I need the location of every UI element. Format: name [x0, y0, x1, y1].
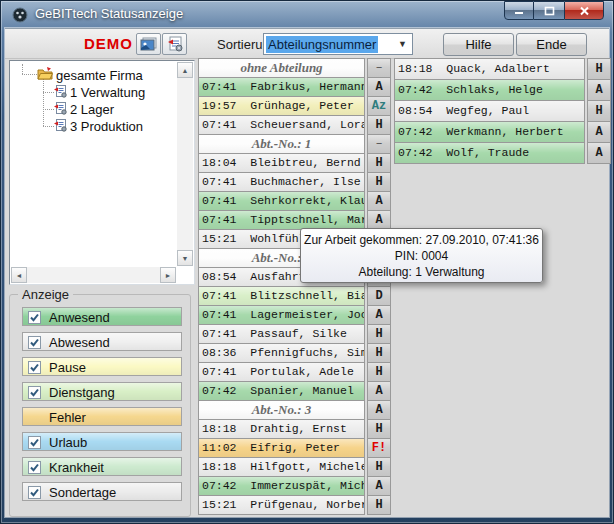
checkbox-krankheit[interactable]	[28, 460, 41, 473]
pictures-button[interactable]	[136, 33, 161, 55]
employee-row[interactable]: 18:18 Quack, AdalbertH	[394, 58, 611, 80]
employee-row[interactable]: 07:41 Buchmacher, IlseH	[198, 172, 391, 192]
employee-row[interactable]: 07:42 Wolf, TraudeA	[394, 142, 611, 164]
employee-time-name[interactable]: 07:41 Scheuersand, Lora	[198, 115, 365, 135]
close-button[interactable]	[564, 1, 604, 20]
employee-row[interactable]: 07:41 Fabrikus, HermannA	[198, 77, 391, 97]
employee-time-name[interactable]: 18:18 Drahtig, Ernst	[198, 419, 365, 439]
employee-time-name[interactable]: 07:41 Portulak, Adele	[198, 362, 365, 382]
legend-item-dienstgang[interactable]: Dienstgang	[22, 382, 182, 401]
employee-time-name[interactable]: 07:41 Lagermeister, Joch	[198, 305, 365, 325]
tree-item-1-verwaltung[interactable]: 1 Verwaltung	[54, 84, 145, 101]
employee-row[interactable]: 18:04 Bleibtreu, BerndH	[198, 153, 391, 173]
department-header-label[interactable]: Abt.-No.: 1	[198, 134, 365, 154]
department-header-row[interactable]: Abt.-No.: 3A	[198, 400, 391, 420]
legend-item-pause[interactable]: Pause	[22, 357, 182, 376]
employee-time-name[interactable]: 07:41 Fabrikus, Hermann	[198, 77, 365, 97]
employee-time-name[interactable]: 08:54 Wegfeg, Paul	[394, 100, 585, 122]
employee-time-name[interactable]: 18:04 Bleibtreu, Bernd	[198, 153, 365, 173]
employee-time-name[interactable]: 07:42 Schlaks, Helge	[394, 79, 585, 101]
legend-label: Fehler	[49, 410, 86, 425]
scroll-down-icon[interactable]: ▼	[177, 250, 193, 266]
department-header-row[interactable]: Abt.-No.: 1–	[198, 134, 391, 154]
app-icon	[12, 7, 28, 23]
help-button[interactable]: Hilfe	[443, 33, 514, 56]
employee-time-name[interactable]: 07:42 Werkmann, Herbert	[394, 121, 585, 143]
scroll-up-icon[interactable]: ▲	[177, 62, 193, 78]
employee-row[interactable]: 07:42 Werkmann, HerbertA	[394, 121, 611, 143]
employee-time-name[interactable]: 07:41 Blitzschnell, Bian	[198, 286, 365, 306]
employee-row[interactable]: 07:41 Passauf, SilkeH	[198, 324, 391, 344]
status-badge: F!	[367, 438, 391, 458]
legend-label: Krankheit	[49, 460, 104, 475]
legend-item-sondertage[interactable]: Sondertage	[22, 482, 182, 501]
employee-row[interactable]: 19:57 Grünhage, PeterAz	[198, 96, 391, 116]
status-badge: H	[367, 495, 391, 515]
employee-time-name[interactable]: 07:41 Buchmacher, Ilse	[198, 172, 365, 192]
employee-row[interactable]: 18:18 Hilfgott, MicheleH	[198, 457, 391, 477]
employee-row[interactable]: 15:21 Prüfgenau, NorberH	[198, 495, 391, 515]
employee-time-name[interactable]: 18:18 Hilfgott, Michele	[198, 457, 365, 477]
tree-connector	[22, 64, 23, 74]
employee-row[interactable]: 11:02 Eifrig, PeterF!	[198, 438, 391, 458]
employee-time-name[interactable]: 07:42 Wolf, Traude	[394, 142, 585, 164]
legend-item-fehler[interactable]: Fehler	[22, 407, 182, 426]
scroll-right-icon[interactable]: ►	[160, 267, 176, 283]
checkbox-pause[interactable]	[28, 360, 41, 373]
legend-item-anwesend[interactable]: Anwesend	[22, 307, 182, 326]
employee-time-name[interactable]: 07:41 Tipptschnell, Marg	[198, 210, 365, 230]
employee-tooltip: Zur Arbeit gekommen: 27.09.2010, 07:41:3…	[300, 228, 543, 283]
employee-row[interactable]: 07:41 Blitzschnell, BianD	[198, 286, 391, 306]
checkbox-abwesend[interactable]	[28, 335, 41, 348]
employee-time-name[interactable]: 07:42 Spanier, Manuel	[198, 381, 365, 401]
titlebar[interactable]: GeBITtech Statusanzeige	[1, 1, 613, 28]
end-button[interactable]: Ende	[516, 33, 587, 56]
employee-row[interactable]: 08:36 Pfennigfuchs, SimoH	[198, 343, 391, 363]
scroll-left-icon[interactable]: ◄	[11, 267, 27, 283]
checkbox-anwesend[interactable]	[28, 310, 41, 323]
report-settings-icon	[167, 36, 183, 52]
checkbox-dienstgang[interactable]	[28, 385, 41, 398]
sort-combobox[interactable]: Abteilungsnummer ▼	[263, 33, 413, 55]
employee-time-name[interactable]: 08:36 Pfennigfuchs, Simo	[198, 343, 365, 363]
employee-time-name[interactable]: 07:42 Immerzuspät, Mich	[198, 476, 365, 496]
tree-item-3-produktion[interactable]: 3 Produktion	[54, 118, 143, 135]
employee-time-name[interactable]: 07:41 Passauf, Silke	[198, 324, 365, 344]
status-badge: A	[587, 79, 611, 101]
app-window: GeBITtech Statusanzeige DEMO Sortierung …	[0, 0, 614, 524]
employee-row[interactable]: 07:41 Tipptschnell, MargA	[198, 210, 391, 230]
employee-row[interactable]: 07:41 Portulak, AdeleH	[198, 362, 391, 382]
employee-row[interactable]: 07:41 Lagermeister, JochA	[198, 305, 391, 325]
legend-item-abwesend[interactable]: Abwesend	[22, 332, 182, 351]
tree-vertical-scrollbar[interactable]: ▲ ▼	[177, 62, 193, 266]
maximize-button[interactable]	[534, 1, 564, 20]
pictures-icon	[140, 37, 158, 52]
employee-row[interactable]: 08:54 Wegfeg, PaulH	[394, 100, 611, 122]
employee-row[interactable]: 07:42 Spanier, ManuelA	[198, 381, 391, 401]
employee-row[interactable]: 18:18 Drahtig, ErnstH	[198, 419, 391, 439]
department-header-label[interactable]: ohne Abteilung	[198, 58, 365, 78]
tree-item-gesamte-firma[interactable]: gesamte Firma	[37, 67, 143, 83]
legend-item-urlaub[interactable]: Urlaub	[22, 432, 182, 451]
department-header-row[interactable]: ohne Abteilung–	[198, 58, 391, 78]
employee-time-name[interactable]: 19:57 Grünhage, Peter	[198, 96, 365, 116]
department-header-label[interactable]: Abt.-No.: 3	[198, 400, 365, 420]
employee-row[interactable]: 07:42 Schlaks, HelgeA	[394, 79, 611, 101]
chevron-down-icon[interactable]: ▼	[398, 39, 407, 49]
tree-horizontal-scrollbar[interactable]: ◄ ►	[11, 267, 176, 283]
checkbox-sondertage[interactable]	[28, 485, 41, 498]
employee-row[interactable]: 07:41 Sehrkorrekt, KlausA	[198, 191, 391, 211]
legend-label: Dienstgang	[49, 385, 115, 400]
minimize-button[interactable]	[504, 1, 534, 20]
tree-item-2-lager[interactable]: 2 Lager	[54, 101, 114, 118]
tree-item-label: 1 Verwaltung	[70, 85, 145, 100]
employee-row[interactable]: 07:42 Immerzuspät, MichA	[198, 476, 391, 496]
employee-time-name[interactable]: 18:18 Quack, Adalbert	[394, 58, 585, 80]
employee-time-name[interactable]: 07:41 Sehrkorrekt, Klaus	[198, 191, 365, 211]
checkbox-urlaub[interactable]	[28, 435, 41, 448]
employee-time-name[interactable]: 11:02 Eifrig, Peter	[198, 438, 365, 458]
employee-row[interactable]: 07:41 Scheuersand, LoraH	[198, 115, 391, 135]
report-settings-button[interactable]	[162, 33, 187, 55]
legend-item-krankheit[interactable]: Krankheit	[22, 457, 182, 476]
employee-time-name[interactable]: 15:21 Prüfgenau, Norber	[198, 495, 365, 515]
